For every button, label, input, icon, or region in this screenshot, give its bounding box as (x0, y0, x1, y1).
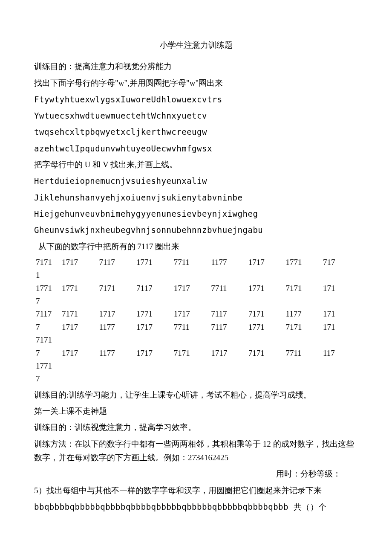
training-goal-3: 训练目的：训练视觉注意力，提高学习效率。 (34, 421, 358, 434)
bbq-line: bbqbbbbqbbbbbqbbbbqbbbbqbbbbbqbbbbbqbbbb… (34, 500, 358, 514)
table-cell: 7711 (172, 256, 210, 282)
table-cell: 7117 (98, 256, 135, 282)
task-2-instruction: 把字母行中的 U 和 V 找出来,并画上线。 (34, 158, 358, 171)
table-cell: 1177 (284, 308, 321, 320)
training-goal-1: 训练目的：提高注意力和视觉分辨能力 (34, 60, 358, 73)
table-row: 771711717117717177711711717717171171 (34, 321, 358, 347)
table-cell: 71711 (34, 256, 60, 282)
table-cell: 1717 (60, 347, 98, 386)
table-row: 177171771717171171717771117717171171 (34, 282, 358, 308)
table-cell: 7171 (247, 347, 284, 386)
letter-line-w2: YwtuecsxhwdtuewmuectehtWchnxyuetcv (34, 109, 358, 122)
training-method: 训练方法：在以下的数字行中都有一些两两相邻，其积相乘等于 12 的成对数字，找出… (34, 437, 358, 465)
table-cell: 171 (321, 308, 358, 320)
table-cell: 7711 (172, 321, 210, 347)
table-cell: 7171 (172, 347, 210, 386)
task-5-instruction: 5）找出每组中与其他不一样的数字字母和汉字，用圆圈把它们圈起来并记录下来 (34, 484, 358, 497)
table-cell: 1771 (247, 282, 284, 308)
table-cell: 717717 (34, 347, 60, 386)
table-cell: 17717 (34, 282, 60, 308)
number-table: 7171117177117177177111177171717717171771… (34, 256, 358, 386)
table-cell: 77171 (34, 321, 60, 347)
letter-line-uv2: Jiklehunshanvyehjxoiuenvjsukienytabvninb… (34, 191, 358, 204)
table-cell: 1771 (247, 321, 284, 347)
letter-line-w3: twqsehcxltpbqwyetxcljkerthwcreeugw (34, 125, 358, 139)
table-cell: 1771 (60, 282, 98, 308)
task-3-instruction: 从下面的数字行中把所有的 7117 圈出来 (34, 240, 358, 253)
table-cell: 7171 (98, 282, 135, 308)
letter-line-uv4: Gheunvsiwkjnxheubegvhnjsonnubehnnzbvhuej… (34, 223, 358, 237)
training-goal-2: 训练目的:训练学习能力，让学生上课专心听讲，考试不粗心，提高学习成绩。 (34, 388, 358, 402)
table-cell: 1177 (98, 321, 135, 347)
table-cell: 7117 (209, 321, 247, 347)
table-cell: 1717 (60, 321, 98, 347)
table-cell: 7171 (247, 308, 284, 320)
table-cell: 1717 (172, 308, 210, 320)
timer-line: 用时：分秒等级： (34, 467, 358, 481)
letter-line-w4: azehtwclIpqudunvwhtuyeoUecwvhmfgwsx (34, 142, 358, 155)
table-row: 7177171717117717177171171771717711117 (34, 347, 358, 386)
table-cell: 1717 (98, 308, 135, 320)
table-cell: 7117 (135, 282, 172, 308)
table-cell: 1717 (60, 256, 98, 282)
table-cell: 1771 (284, 256, 321, 282)
letter-line-w1: FtywtyhtuexwlygsxIuworeUdhlowuexcvtrs (34, 93, 358, 106)
table-cell: 1177 (98, 347, 135, 386)
task-1-instruction: 找出下面字母行的字母"w",并用圆圈把字母"w"圈出来 (34, 76, 358, 90)
table-row: 71177171171717711717711771711177171 (34, 308, 358, 320)
table-cell: 171 (321, 321, 358, 347)
worksheet-page: 小学生注意力训练题 训练目的：提高注意力和视觉分辨能力 找出下面字母行的字母"w… (0, 0, 392, 555)
table-cell: 7117 (209, 308, 247, 320)
table-cell: 717 (321, 256, 358, 282)
table-cell: 1717 (135, 321, 172, 347)
table-cell: 1177 (209, 256, 247, 282)
table-cell: 7117 (34, 308, 60, 320)
table-cell: 1717 (172, 282, 210, 308)
table-cell: 1717 (135, 347, 172, 386)
table-row: 717111717711717717711117717171771717 (34, 256, 358, 282)
page-title: 小学生注意力训练题 (34, 38, 358, 52)
table-cell: 1771 (135, 308, 172, 320)
table-cell: 7171 (284, 282, 321, 308)
letter-line-uv3: Hiejgehunveuvbnimehygyyenunesievbeynjxiw… (34, 207, 358, 221)
table-cell: 7171 (284, 321, 321, 347)
table-cell: 7711 (284, 347, 321, 386)
table-cell: 117 (321, 347, 358, 386)
level-1-title: 第一关上课不走神题 (34, 404, 358, 418)
table-cell: 1771 (135, 256, 172, 282)
table-cell: 1717 (247, 256, 284, 282)
table-cell: 7171 (60, 308, 98, 320)
table-cell: 1717 (209, 347, 247, 386)
table-cell: 171 (321, 282, 358, 308)
table-cell: 7711 (209, 282, 247, 308)
letter-line-uv1: Hertduieiopnemucnjvsuieshyeunxaliw (34, 174, 358, 188)
